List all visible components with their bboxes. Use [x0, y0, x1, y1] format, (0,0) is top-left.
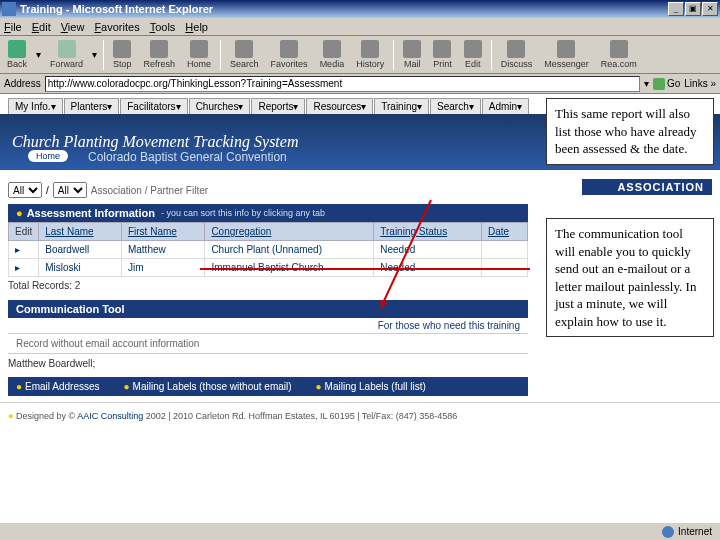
tab-facilitators[interactable]: Facilitators▾ [120, 98, 187, 114]
home-button[interactable]: Home [184, 39, 214, 70]
discuss-button[interactable]: Discuss [498, 39, 536, 70]
toolbar: Back ▾ Forward ▾ Stop Refresh Home Searc… [0, 36, 720, 74]
filter-label: Association / Partner Filter [91, 185, 208, 196]
menu-edit[interactable]: Edit [32, 21, 51, 33]
maximize-button[interactable]: ▣ [685, 2, 701, 16]
communication-section-header: Communication Tool [8, 300, 528, 318]
tab-admin[interactable]: Admin▾ [482, 98, 529, 114]
menu-bar: File Edit View Favorites Tools Help [0, 18, 720, 36]
window-title: Training - Microsoft Internet Explorer [20, 3, 668, 15]
edit-row-icon[interactable]: ▸ [9, 241, 39, 259]
bullet-icon: ● [16, 207, 23, 219]
banner-subtitle: Colorado Baptist General Convention [88, 150, 287, 164]
footer-link[interactable]: AAIC Consulting [77, 411, 143, 421]
address-label: Address [4, 78, 41, 89]
realcom-button[interactable]: Rea.com [598, 39, 640, 70]
col-congregation[interactable]: Congregation [205, 223, 374, 241]
mail-button[interactable]: Mail [400, 39, 424, 70]
close-button[interactable]: ✕ [702, 2, 718, 16]
tab-resources[interactable]: Resources▾ [306, 98, 373, 114]
filter-row: All / All Association / Partner Filter [8, 182, 208, 198]
table-row: ▸ Boardwell Matthew Church Plant (Unname… [9, 241, 528, 259]
back-button[interactable]: Back [4, 39, 30, 70]
annotation-1: This same report will also list those wh… [546, 98, 714, 165]
menu-view[interactable]: View [61, 21, 85, 33]
search-button[interactable]: Search [227, 39, 262, 70]
comm-names: Matthew Boardwell; [0, 354, 720, 373]
filter-select-2[interactable]: All [53, 182, 87, 198]
tab-planters[interactable]: Planters▾ [64, 98, 120, 114]
back-dropdown-icon[interactable]: ▾ [36, 49, 41, 60]
history-button[interactable]: History [353, 39, 387, 70]
tab-training[interactable]: Training▾ [374, 98, 429, 114]
refresh-button[interactable]: Refresh [141, 39, 179, 70]
minimize-button[interactable]: _ [668, 2, 684, 16]
tab-churches[interactable]: Churches▾ [189, 98, 251, 114]
assessment-title: Assessment Information [27, 207, 155, 219]
forward-dropdown-icon[interactable]: ▾ [92, 49, 97, 60]
address-bar: Address ▾ Go Links » [0, 74, 720, 94]
address-dropdown-icon[interactable]: ▾ [644, 78, 649, 89]
banner-title: Church Planting Movement Tracking System [12, 133, 298, 151]
status-bar: Internet [0, 522, 720, 540]
edit-row-icon[interactable]: ▸ [9, 259, 39, 277]
comm-title: Communication Tool [16, 303, 125, 315]
menu-favorites[interactable]: Favorites [94, 21, 139, 33]
col-date[interactable]: Date [481, 223, 527, 241]
home-link[interactable]: Home [28, 150, 68, 162]
forward-button[interactable]: Forward [47, 39, 86, 70]
menu-file[interactable]: File [4, 21, 22, 33]
ie-icon [2, 2, 16, 16]
filter-select-1[interactable]: All [8, 182, 42, 198]
comm-buttons: ●Email Addresses ●Mailing Labels (those … [8, 377, 528, 396]
mailing-labels-full-button[interactable]: ●Mailing Labels (full list) [316, 381, 426, 392]
address-input[interactable] [45, 76, 640, 92]
links-button[interactable]: Links » [684, 78, 716, 89]
email-addresses-button[interactable]: ●Email Addresses [16, 381, 100, 392]
menu-tools[interactable]: Tools [150, 21, 176, 33]
mailing-labels-noemail-button[interactable]: ●Mailing Labels (those without email) [124, 381, 292, 392]
page-footer: ● Designed by © AAIC Consulting 2002 | 2… [0, 402, 720, 429]
assessment-section-header: ● Assessment Information - you can sort … [8, 204, 528, 222]
assessment-hint: - you can sort this info by clicking any… [161, 208, 325, 218]
media-button[interactable]: Media [317, 39, 348, 70]
messenger-button[interactable]: Messenger [541, 39, 592, 70]
menu-help[interactable]: Help [185, 21, 208, 33]
favorites-button[interactable]: Favorites [268, 39, 311, 70]
annotation-2: The communication tool will enable you t… [546, 218, 714, 337]
col-lastname[interactable]: Last Name [39, 223, 122, 241]
table-row: ▸ Misloski Jim Immanuel Baptist Church N… [9, 259, 528, 277]
col-status[interactable]: Training Status [374, 223, 482, 241]
window-titlebar: Training - Microsoft Internet Explorer _… [0, 0, 720, 18]
stop-button[interactable]: Stop [110, 39, 135, 70]
assessment-table: Edit Last Name First Name Congregation T… [8, 222, 528, 277]
tab-search[interactable]: Search▾ [430, 98, 481, 114]
edit-button[interactable]: Edit [461, 39, 485, 70]
col-edit: Edit [9, 223, 39, 241]
comm-subtext2: Record without email account information [8, 334, 528, 354]
status-text: Internet [678, 526, 712, 537]
internet-zone-icon [662, 526, 674, 538]
bullet-icon: ● [8, 411, 13, 421]
association-header: ASSOCIATION [582, 179, 712, 195]
comm-subtext: For those who need this training [8, 318, 528, 334]
col-firstname[interactable]: First Name [121, 223, 204, 241]
tab-reports[interactable]: Reports▾ [251, 98, 305, 114]
go-button[interactable]: Go [653, 78, 680, 90]
tab-myinfo[interactable]: My Info.▾ [8, 98, 63, 114]
print-button[interactable]: Print [430, 39, 455, 70]
